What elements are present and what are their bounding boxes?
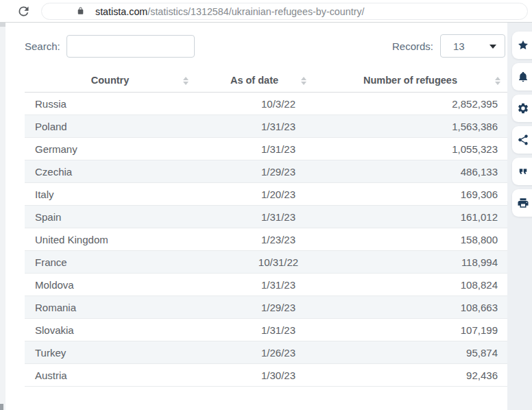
refugees-cell: 486,133 bbox=[313, 160, 507, 183]
refugees-table: Country As of date Number of refugees Ru… bbox=[25, 69, 507, 387]
table-body: Russia 10/3/22 2,852,395 Poland 1/31/23 … bbox=[25, 93, 507, 387]
records-group: Records: 13 bbox=[392, 34, 507, 58]
share-button[interactable] bbox=[512, 126, 532, 154]
left-scroll-strip bbox=[0, 23, 5, 410]
search-group: Search: bbox=[25, 35, 195, 58]
gear-icon bbox=[517, 102, 529, 114]
statistic-table-panel: Search: Records: 13 Country As of date bbox=[5, 23, 507, 410]
refugees-cell: 92,436 bbox=[313, 364, 507, 387]
print-button[interactable] bbox=[512, 189, 532, 217]
date-cell: 1/26/23 bbox=[195, 341, 313, 364]
column-header-date[interactable]: As of date bbox=[195, 69, 313, 93]
sort-icon bbox=[301, 77, 306, 85]
refugees-cell: 158,800 bbox=[313, 228, 507, 251]
favorite-button[interactable] bbox=[512, 32, 532, 59]
refugees-cell: 108,824 bbox=[313, 274, 507, 296]
reload-icon[interactable] bbox=[16, 4, 31, 19]
country-cell: United Kingdom bbox=[25, 228, 195, 251]
date-cell: 10/31/22 bbox=[195, 251, 313, 274]
table-row: Germany 1/31/23 1,055,323 bbox=[25, 138, 507, 160]
table-header-row: Country As of date Number of refugees bbox=[25, 69, 507, 93]
table-row: Slovakia 1/31/23 107,199 bbox=[25, 319, 507, 341]
country-cell: Italy bbox=[25, 183, 195, 206]
date-cell: 1/31/23 bbox=[195, 274, 313, 296]
share-icon bbox=[517, 134, 529, 146]
date-cell: 10/3/22 bbox=[195, 93, 313, 115]
cite-button[interactable] bbox=[512, 158, 532, 185]
column-header-label: As of date bbox=[230, 75, 278, 86]
date-cell: 1/30/23 bbox=[195, 364, 313, 387]
refugees-cell: 2,852,395 bbox=[313, 93, 507, 115]
table-row: Austria 1/30/23 92,436 bbox=[25, 364, 507, 387]
sort-icon bbox=[495, 77, 500, 85]
refugees-cell: 169,306 bbox=[313, 183, 507, 206]
search-label: Search: bbox=[25, 40, 60, 52]
table-row: Spain 1/31/23 161,012 bbox=[25, 206, 507, 228]
records-select[interactable]: 13 bbox=[440, 34, 505, 58]
action-rail bbox=[507, 23, 532, 410]
country-cell: Austria bbox=[25, 364, 195, 387]
table-row: Russia 10/3/22 2,852,395 bbox=[25, 93, 507, 115]
records-label: Records: bbox=[392, 40, 433, 52]
date-cell: 1/31/23 bbox=[195, 138, 313, 160]
date-cell: 1/23/23 bbox=[195, 228, 313, 251]
date-cell: 1/20/23 bbox=[195, 183, 313, 206]
column-header-label: Number of refugees bbox=[363, 75, 457, 86]
table-row: Romania 1/29/23 108,663 bbox=[25, 296, 507, 319]
refugees-cell: 107,199 bbox=[313, 319, 507, 341]
star-icon bbox=[517, 39, 529, 51]
refugees-cell: 108,663 bbox=[313, 296, 507, 319]
country-cell: Moldova bbox=[25, 274, 195, 296]
bell-icon bbox=[517, 71, 529, 83]
date-cell: 1/31/23 bbox=[195, 115, 313, 138]
table-controls: Search: Records: 13 bbox=[25, 34, 507, 58]
country-cell: Spain bbox=[25, 206, 195, 228]
chevron-down-icon bbox=[489, 45, 496, 49]
sort-icon bbox=[183, 77, 189, 85]
date-cell: 1/29/23 bbox=[195, 160, 313, 183]
country-cell: Russia bbox=[25, 93, 195, 115]
table-row: Czechia 1/29/23 486,133 bbox=[25, 160, 507, 183]
column-header-label: Country bbox=[91, 75, 130, 86]
table-row: Italy 1/20/23 169,306 bbox=[25, 183, 507, 206]
refugees-cell: 1,055,323 bbox=[313, 138, 507, 160]
browser-chrome: statista.com/statistics/1312584/ukrainia… bbox=[0, 0, 532, 23]
refugees-cell: 161,012 bbox=[313, 206, 507, 228]
address-bar[interactable]: statista.com/statistics/1312584/ukrainia… bbox=[41, 3, 528, 20]
country-cell: Germany bbox=[25, 138, 195, 160]
column-header-refugees[interactable]: Number of refugees bbox=[313, 69, 507, 93]
table-row: Poland 1/31/23 1,563,386 bbox=[25, 115, 507, 138]
url-text: statista.com/statistics/1312584/ukrainia… bbox=[95, 6, 365, 17]
date-cell: 1/31/23 bbox=[195, 206, 313, 228]
notification-button[interactable] bbox=[512, 63, 532, 91]
country-cell: France bbox=[25, 251, 195, 274]
country-cell: Slovakia bbox=[25, 319, 195, 341]
date-cell: 1/31/23 bbox=[195, 319, 313, 341]
column-header-country[interactable]: Country bbox=[25, 69, 195, 93]
table-row: Moldova 1/31/23 108,824 bbox=[25, 274, 507, 296]
country-cell: Romania bbox=[25, 296, 195, 319]
country-cell: Poland bbox=[25, 115, 195, 138]
url-path: /statistics/1312584/ukrainian-refugees-b… bbox=[147, 6, 364, 17]
records-value: 13 bbox=[453, 40, 465, 52]
refugees-cell: 118,994 bbox=[313, 251, 507, 274]
date-cell: 1/29/23 bbox=[195, 296, 313, 319]
refugees-cell: 95,874 bbox=[313, 341, 507, 364]
url-host: statista.com bbox=[95, 6, 147, 17]
search-input[interactable] bbox=[66, 35, 195, 58]
printer-icon bbox=[517, 197, 529, 209]
table-row: Turkey 1/26/23 95,874 bbox=[25, 341, 507, 364]
quote-icon bbox=[517, 165, 529, 178]
refugees-cell: 1,563,386 bbox=[313, 115, 507, 138]
settings-button[interactable] bbox=[512, 95, 532, 122]
table-row: France 10/31/22 118,994 bbox=[25, 251, 507, 274]
lock-icon bbox=[76, 6, 85, 16]
table-row: United Kingdom 1/23/23 158,800 bbox=[25, 228, 507, 251]
country-cell: Turkey bbox=[25, 341, 195, 364]
country-cell: Czechia bbox=[25, 160, 195, 183]
